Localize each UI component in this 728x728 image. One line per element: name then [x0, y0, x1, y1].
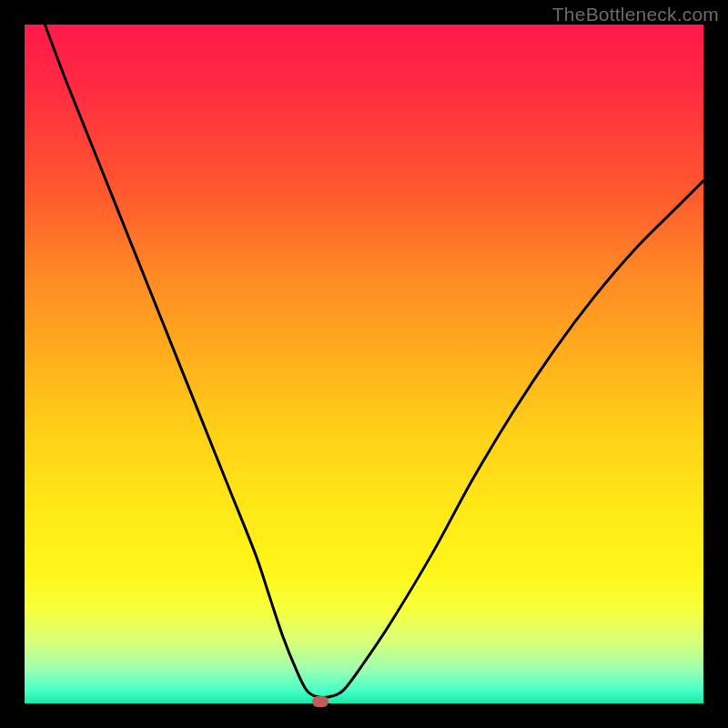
gradient-background	[25, 25, 703, 703]
optimum-marker	[312, 696, 329, 707]
watermark-text: TheBottleneck.com	[552, 4, 719, 25]
chart-frame	[25, 25, 703, 703]
